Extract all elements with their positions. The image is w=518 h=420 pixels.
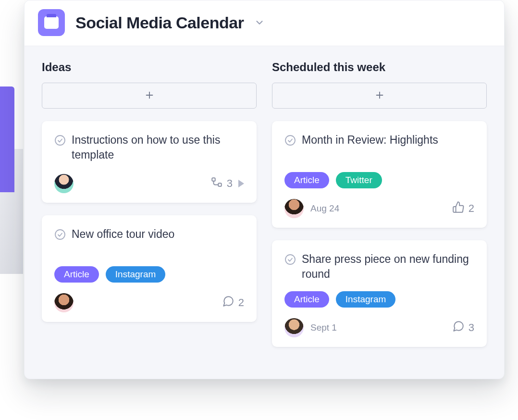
task-title: Share press piece on new funding round	[302, 252, 474, 282]
svg-rect-4	[218, 183, 222, 186]
comments-count[interactable]: 3	[452, 320, 474, 335]
column-title: Scheduled this week	[272, 61, 487, 74]
svg-point-9	[285, 255, 295, 264]
chevron-down-icon[interactable]	[254, 17, 265, 28]
avatar[interactable]	[54, 174, 74, 193]
tag-instagram[interactable]: Instagram	[106, 266, 165, 283]
svg-point-8	[285, 136, 295, 145]
avatar[interactable]	[54, 293, 74, 312]
avatar[interactable]	[284, 199, 304, 218]
task-card[interactable]: Instructions on how to use this template…	[42, 121, 257, 203]
comment-icon	[452, 320, 465, 335]
column-scheduled: Scheduled this week Month in Review: Hig…	[272, 61, 487, 359]
tag-list: Article Instagram	[54, 266, 244, 283]
tag-list: Article Instagram	[284, 291, 474, 308]
subtasks-icon	[210, 176, 223, 191]
avatar[interactable]	[284, 318, 304, 337]
tag-twitter[interactable]: Twitter	[336, 172, 382, 188]
svg-point-5	[55, 230, 65, 239]
add-card-button[interactable]	[42, 83, 257, 109]
task-card[interactable]: New office tour video Article Instagram …	[42, 215, 257, 322]
check-circle-icon	[284, 254, 296, 267]
svg-point-2	[55, 136, 65, 145]
check-circle-icon	[54, 135, 66, 148]
comments-count[interactable]: 2	[222, 295, 244, 310]
due-date: Aug 24	[310, 203, 339, 214]
check-circle-icon	[284, 135, 296, 148]
tag-instagram[interactable]: Instagram	[336, 291, 395, 308]
tag-article[interactable]: Article	[54, 266, 99, 283]
task-title: Instructions on how to use this template	[72, 133, 244, 162]
column-ideas: Ideas Instructions on how to use this te…	[42, 61, 257, 359]
add-card-button[interactable]	[272, 83, 487, 109]
plus-icon	[374, 90, 385, 102]
comment-icon	[222, 295, 234, 310]
task-title: Month in Review: Highlights	[302, 133, 438, 148]
column-title: Ideas	[42, 61, 257, 74]
thumbs-up-icon	[452, 201, 465, 216]
tag-article[interactable]: Article	[284, 291, 329, 308]
subtasks-count[interactable]: 3	[210, 176, 244, 191]
tag-list: Article Twitter	[284, 172, 474, 188]
check-circle-icon	[54, 229, 66, 242]
play-icon	[238, 180, 244, 187]
task-card[interactable]: Month in Review: Highlights Article Twit…	[272, 121, 487, 228]
plus-icon	[144, 90, 155, 102]
likes-count[interactable]: 2	[452, 201, 474, 216]
calendar-icon	[38, 9, 65, 36]
page-title: Social Media Calendar	[75, 13, 244, 32]
board: Ideas Instructions on how to use this te…	[25, 46, 504, 379]
tag-article[interactable]: Article	[284, 172, 329, 188]
task-card[interactable]: Share press piece on new funding round A…	[272, 240, 487, 347]
header: Social Media Calendar	[25, 0, 504, 46]
task-title: New office tour video	[72, 227, 174, 242]
app-window: Social Media Calendar Ideas Instructions…	[24, 0, 505, 379]
due-date: Sept 1	[310, 322, 337, 333]
